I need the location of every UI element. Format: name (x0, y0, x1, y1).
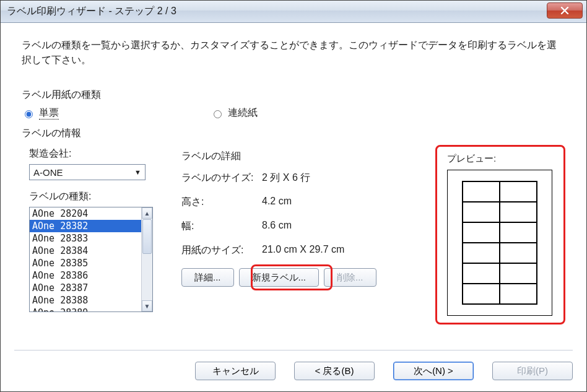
detail-size-value: 2 列 X 6 行 (262, 172, 310, 185)
manufacturer-combobox[interactable]: A-ONE ▼ (29, 164, 146, 180)
detail-paper-label: 用紙のサイズ: (181, 244, 262, 257)
list-item[interactable]: AOne 28387 (30, 282, 152, 294)
details-grid: ラベルのサイズ:2 列 X 6 行 高さ:4.2 cm 幅:8.6 cm 用紙の… (181, 172, 418, 257)
scroll-down-button[interactable]: ▼ (142, 300, 152, 311)
detail-width-value: 8.6 cm (262, 220, 292, 233)
back-button[interactable]: < 戻る(B) (294, 362, 375, 380)
middle-column: ラベルの詳細 ラベルのサイズ:2 列 X 6 行 高さ:4.2 cm 幅:8.6… (181, 145, 418, 324)
main-columns: 製造会社: A-ONE ▼ ラベルの種類: AOne 28204AOne 283… (22, 145, 565, 324)
paper-type-option-sheet-label: 単票 (39, 107, 59, 120)
delete-button-label: 削除... (337, 272, 363, 284)
cancel-button-label: キャンセル (212, 365, 259, 377)
paper-type-radio-continuous[interactable] (214, 110, 222, 118)
listbox-items: AOne 28204AOne 28382AOne 28383AOne 28384… (30, 207, 152, 311)
detail-button[interactable]: 詳細... (181, 268, 234, 287)
new-label-button[interactable]: 新規ラベル... (239, 268, 320, 287)
list-item[interactable]: AOne 28384 (30, 245, 152, 257)
chevron-down-icon: ▼ (134, 168, 141, 176)
preview-highlight: プレビュー: (435, 145, 565, 324)
manufacturer-label: 製造会社: (29, 147, 164, 160)
list-item[interactable]: AOne 28204 (30, 207, 152, 220)
preview-label-grid (462, 181, 537, 305)
preview-box (447, 170, 552, 316)
detail-paper-value: 21.0 cm X 29.7 cm (262, 244, 344, 257)
label-info-group-label: ラベルの情報 (22, 127, 565, 140)
list-item[interactable]: AOne 28383 (30, 232, 152, 245)
paper-type-option-continuous[interactable]: 連続紙 (211, 107, 258, 118)
label-type-label: ラベルの種類: (29, 190, 164, 203)
wizard-description: ラベルの種類を一覧から選択するか、カスタマイズすることができます。このウィザード… (22, 38, 565, 68)
list-item[interactable]: AOne 28386 (30, 269, 152, 282)
list-item[interactable]: AOne 28382 (30, 220, 152, 232)
detail-size-label: ラベルのサイズ: (181, 172, 262, 185)
left-column: 製造会社: A-ONE ▼ ラベルの種類: AOne 28204AOne 283… (22, 145, 164, 324)
scroll-thumb[interactable] (142, 219, 152, 254)
titlebar: ラベル印刷ウィザード - ステップ 2 / 3 (1, 1, 586, 23)
close-icon (560, 6, 569, 16)
new-label-button-label: 新規ラベル... (252, 272, 307, 284)
paper-type-radio-group: 単票 連続紙 (22, 107, 565, 120)
detail-height-value: 4.2 cm (262, 196, 292, 209)
paper-type-option-continuous-label: 連続紙 (228, 107, 258, 118)
print-button: 印刷(P) (492, 362, 573, 380)
next-button[interactable]: 次へ(N) > (393, 362, 474, 380)
list-item[interactable]: AOne 28385 (30, 257, 152, 269)
listbox-scrollbar[interactable]: ▲ ▼ (141, 207, 152, 311)
label-type-listbox[interactable]: AOne 28204AOne 28382AOne 28383AOne 28384… (29, 207, 153, 312)
detail-button-label: 詳細... (194, 272, 221, 284)
manufacturer-value: A-ONE (33, 167, 63, 178)
preview-column: プレビュー: (435, 145, 565, 324)
back-button-label: < 戻る(B) (315, 365, 354, 377)
delete-button: 削除... (324, 268, 376, 287)
cancel-button[interactable]: キャンセル (195, 362, 276, 380)
wizard-window: ラベル印刷ウィザード - ステップ 2 / 3 ラベルの種類を一覧から選択するか… (0, 0, 587, 392)
details-title: ラベルの詳細 (181, 150, 418, 163)
detail-button-row: 詳細... 新規ラベル... 削除... (181, 268, 418, 287)
content-area: ラベルの種類を一覧から選択するか、カスタマイズすることができます。このウィザード… (1, 23, 586, 338)
preview-label: プレビュー: (447, 153, 554, 165)
print-button-label: 印刷(P) (517, 365, 548, 377)
window-title: ラベル印刷ウィザード - ステップ 2 / 3 (7, 5, 176, 18)
scroll-up-button[interactable]: ▲ (142, 207, 152, 219)
detail-width-label: 幅: (181, 220, 262, 233)
next-button-label: 次へ(N) > (414, 365, 453, 377)
footer-button-bar: キャンセル < 戻る(B) 次へ(N) > 印刷(P) (14, 350, 573, 391)
list-item[interactable]: AOne 28388 (30, 294, 152, 307)
paper-type-group-label: ラベル用紙の種類 (22, 89, 565, 102)
detail-height-label: 高さ: (181, 196, 262, 209)
list-item[interactable]: AOne 28389 (30, 307, 152, 311)
paper-type-option-sheet[interactable]: 単票 (22, 107, 62, 118)
paper-type-radio-sheet[interactable] (25, 110, 33, 118)
close-button[interactable] (547, 2, 583, 19)
